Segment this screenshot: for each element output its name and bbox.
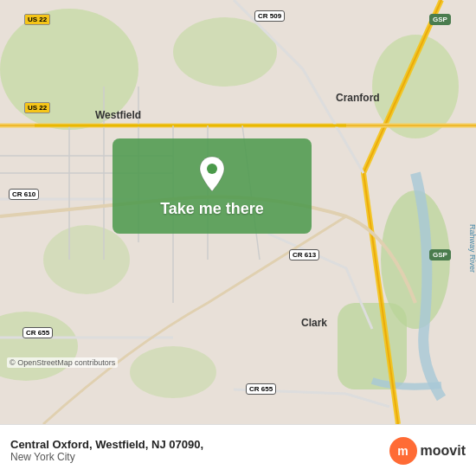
city-label-clark: Clark [301,317,327,329]
moovit-text: moovit [421,443,466,459]
highway-badge-gsp-mid: GSP [429,249,451,261]
svg-point-7 [130,346,216,398]
osm-attribution: © OpenStreetMap contributors [7,357,118,368]
highway-badge-cr613: CR 613 [289,249,319,261]
city-label-westfield: Westfield [95,109,141,121]
highway-badge-cr610: CR 610 [9,189,39,200]
river-label: Rahway River [468,224,476,273]
moovit-icon: m [389,437,417,465]
map-pin-icon [196,155,228,193]
take-me-there-button[interactable]: Take me there [113,138,312,234]
highway-badge-cr509: CR 509 [254,10,285,22]
bottom-bar: Central Oxford, Westfield, NJ 07090, New… [0,424,476,476]
highway-badge-cr655-right: CR 655 [246,383,276,395]
highway-badge-us22-left: US 22 [24,102,50,113]
svg-point-5 [43,225,130,294]
city-label-cranford: Cranford [336,92,380,104]
location-name: Central Oxford, Westfield, NJ 07090, [10,438,389,451]
svg-point-23 [207,164,217,174]
take-me-there-label: Take me there [160,200,264,218]
highway-badge-gsp-top: GSP [429,14,451,25]
highway-badge-us22-top: US 22 [24,14,50,25]
svg-rect-8 [338,303,407,389]
location-info: Central Oxford, Westfield, NJ 07090, New… [10,438,389,463]
highway-badge-cr655-left: CR 655 [23,327,53,338]
map-container: US 22 US 22 CR 509 GSP GSP CR 610 CR 613… [0,0,476,424]
location-city: New York City [10,451,389,463]
moovit-logo[interactable]: m moovit [389,437,466,465]
